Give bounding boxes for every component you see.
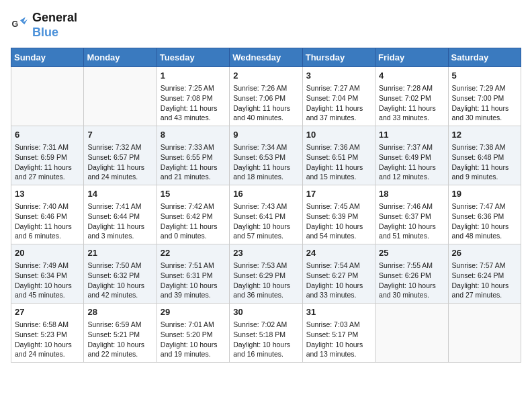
calendar-cell <box>11 67 84 126</box>
day-info: Sunrise: 7:53 AMSunset: 6:29 PMDaylight:… <box>233 261 298 300</box>
calendar-cell: 26Sunrise: 7:57 AMSunset: 6:24 PMDayligh… <box>448 244 521 304</box>
day-number: 9 <box>233 129 298 141</box>
weekday-header-thursday: Thursday <box>302 48 375 67</box>
calendar-cell: 21Sunrise: 7:50 AMSunset: 6:32 PMDayligh… <box>84 244 157 304</box>
calendar-cell: 24Sunrise: 7:54 AMSunset: 6:27 PMDayligh… <box>302 244 375 304</box>
day-number: 15 <box>161 188 226 200</box>
calendar-cell: 10Sunrise: 7:36 AMSunset: 6:51 PMDayligh… <box>302 126 375 185</box>
weekday-header-friday: Friday <box>375 48 448 67</box>
calendar-cell: 19Sunrise: 7:47 AMSunset: 6:36 PMDayligh… <box>448 185 521 244</box>
day-info: Sunrise: 7:02 AMSunset: 5:18 PMDaylight:… <box>233 320 298 359</box>
calendar-cell: 15Sunrise: 7:42 AMSunset: 6:42 PMDayligh… <box>157 185 229 244</box>
calendar-cell <box>448 303 521 362</box>
calendar-body: 1Sunrise: 7:25 AMSunset: 7:08 PMDaylight… <box>11 67 521 363</box>
day-info: Sunrise: 7:41 AMSunset: 6:44 PMDaylight:… <box>87 201 152 241</box>
calendar-cell: 22Sunrise: 7:51 AMSunset: 6:31 PMDayligh… <box>157 244 229 304</box>
day-number: 30 <box>233 306 298 318</box>
day-info: Sunrise: 7:32 AMSunset: 6:57 PMDaylight:… <box>87 142 152 182</box>
week-row-2: 13Sunrise: 7:40 AMSunset: 6:46 PMDayligh… <box>11 185 521 244</box>
logo: G GeneralBlue <box>11 11 77 40</box>
calendar-cell: 9Sunrise: 7:34 AMSunset: 6:53 PMDaylight… <box>230 126 302 185</box>
day-number: 14 <box>87 188 152 200</box>
week-row-3: 20Sunrise: 7:49 AMSunset: 6:34 PMDayligh… <box>11 244 521 304</box>
day-number: 22 <box>161 247 226 259</box>
day-number: 12 <box>452 129 517 141</box>
day-number: 17 <box>306 188 371 200</box>
calendar-cell: 17Sunrise: 7:45 AMSunset: 6:39 PMDayligh… <box>302 185 375 244</box>
day-info: Sunrise: 7:49 AMSunset: 6:34 PMDaylight:… <box>15 261 80 300</box>
calendar-cell: 7Sunrise: 7:32 AMSunset: 6:57 PMDaylight… <box>84 126 157 185</box>
day-info: Sunrise: 6:58 AMSunset: 5:23 PMDaylight:… <box>15 320 80 359</box>
day-info: Sunrise: 7:28 AMSunset: 7:02 PMDaylight:… <box>379 83 444 123</box>
calendar-cell: 31Sunrise: 7:03 AMSunset: 5:17 PMDayligh… <box>302 303 375 362</box>
day-info: Sunrise: 7:01 AMSunset: 5:20 PMDaylight:… <box>161 320 226 359</box>
day-number: 8 <box>161 129 226 141</box>
day-number: 28 <box>87 306 152 318</box>
day-number: 18 <box>379 188 444 200</box>
day-number: 29 <box>161 306 226 318</box>
calendar-cell: 5Sunrise: 7:29 AMSunset: 7:00 PMDaylight… <box>448 67 521 126</box>
calendar-cell <box>375 303 448 362</box>
day-info: Sunrise: 7:45 AMSunset: 6:39 PMDaylight:… <box>306 201 371 241</box>
day-info: Sunrise: 7:29 AMSunset: 7:00 PMDaylight:… <box>452 83 517 123</box>
day-number: 1 <box>161 70 226 82</box>
calendar-cell: 11Sunrise: 7:37 AMSunset: 6:49 PMDayligh… <box>375 126 448 185</box>
calendar-cell <box>84 67 157 126</box>
calendar-cell: 25Sunrise: 7:55 AMSunset: 6:26 PMDayligh… <box>375 244 448 304</box>
logo-text: GeneralBlue <box>32 11 77 40</box>
calendar-cell: 27Sunrise: 6:58 AMSunset: 5:23 PMDayligh… <box>11 303 84 362</box>
calendar-cell: 28Sunrise: 6:59 AMSunset: 5:21 PMDayligh… <box>84 303 157 362</box>
calendar-cell: 8Sunrise: 7:33 AMSunset: 6:55 PMDaylight… <box>157 126 229 185</box>
day-number: 13 <box>15 188 80 200</box>
day-number: 6 <box>15 129 80 141</box>
day-number: 24 <box>306 247 371 259</box>
calendar-cell: 6Sunrise: 7:31 AMSunset: 6:59 PMDaylight… <box>11 126 84 185</box>
day-number: 20 <box>15 247 80 259</box>
calendar-cell: 1Sunrise: 7:25 AMSunset: 7:08 PMDaylight… <box>157 67 229 126</box>
day-info: Sunrise: 7:46 AMSunset: 6:37 PMDaylight:… <box>379 201 444 241</box>
day-info: Sunrise: 7:54 AMSunset: 6:27 PMDaylight:… <box>306 261 371 300</box>
day-number: 11 <box>379 129 444 141</box>
calendar-cell: 14Sunrise: 7:41 AMSunset: 6:44 PMDayligh… <box>84 185 157 244</box>
calendar-cell: 2Sunrise: 7:26 AMSunset: 7:06 PMDaylight… <box>230 67 302 126</box>
day-info: Sunrise: 7:03 AMSunset: 5:17 PMDaylight:… <box>306 320 371 359</box>
day-info: Sunrise: 7:27 AMSunset: 7:04 PMDaylight:… <box>306 83 371 123</box>
day-info: Sunrise: 7:25 AMSunset: 7:08 PMDaylight:… <box>161 83 226 123</box>
weekday-header-sunday: Sunday <box>11 48 84 67</box>
calendar-cell: 20Sunrise: 7:49 AMSunset: 6:34 PMDayligh… <box>11 244 84 304</box>
day-info: Sunrise: 7:37 AMSunset: 6:49 PMDaylight:… <box>379 142 444 182</box>
logo-icon: G <box>11 16 30 35</box>
day-number: 3 <box>306 70 371 82</box>
calendar-cell: 30Sunrise: 7:02 AMSunset: 5:18 PMDayligh… <box>230 303 302 362</box>
day-info: Sunrise: 7:31 AMSunset: 6:59 PMDaylight:… <box>15 142 80 182</box>
calendar-cell: 3Sunrise: 7:27 AMSunset: 7:04 PMDaylight… <box>302 67 375 126</box>
day-number: 23 <box>233 247 298 259</box>
day-info: Sunrise: 7:55 AMSunset: 6:26 PMDaylight:… <box>379 261 444 300</box>
page-header: G GeneralBlue <box>11 11 521 40</box>
weekday-header-monday: Monday <box>84 48 157 67</box>
day-info: Sunrise: 7:34 AMSunset: 6:53 PMDaylight:… <box>233 142 298 182</box>
weekday-header-saturday: Saturday <box>448 48 521 67</box>
day-info: Sunrise: 7:51 AMSunset: 6:31 PMDaylight:… <box>161 261 226 300</box>
calendar-table: SundayMondayTuesdayWednesdayThursdayFrid… <box>11 48 521 363</box>
weekday-header-row: SundayMondayTuesdayWednesdayThursdayFrid… <box>11 48 521 67</box>
day-info: Sunrise: 7:42 AMSunset: 6:42 PMDaylight:… <box>161 201 226 241</box>
svg-text:G: G <box>12 19 19 28</box>
day-number: 7 <box>87 129 152 141</box>
day-info: Sunrise: 7:26 AMSunset: 7:06 PMDaylight:… <box>233 83 298 123</box>
day-number: 27 <box>15 306 80 318</box>
weekday-header-tuesday: Tuesday <box>157 48 229 67</box>
weekday-header-wednesday: Wednesday <box>230 48 302 67</box>
day-number: 31 <box>306 306 371 318</box>
calendar-cell: 23Sunrise: 7:53 AMSunset: 6:29 PMDayligh… <box>230 244 302 304</box>
day-info: Sunrise: 7:43 AMSunset: 6:41 PMDaylight:… <box>233 201 298 241</box>
day-info: Sunrise: 7:57 AMSunset: 6:24 PMDaylight:… <box>452 261 517 300</box>
day-info: Sunrise: 7:33 AMSunset: 6:55 PMDaylight:… <box>161 142 226 182</box>
calendar-cell: 12Sunrise: 7:38 AMSunset: 6:48 PMDayligh… <box>448 126 521 185</box>
calendar-cell: 29Sunrise: 7:01 AMSunset: 5:20 PMDayligh… <box>157 303 229 362</box>
day-info: Sunrise: 6:59 AMSunset: 5:21 PMDaylight:… <box>87 320 152 359</box>
calendar-cell: 13Sunrise: 7:40 AMSunset: 6:46 PMDayligh… <box>11 185 84 244</box>
day-number: 10 <box>306 129 371 141</box>
day-number: 4 <box>379 70 444 82</box>
day-number: 21 <box>87 247 152 259</box>
